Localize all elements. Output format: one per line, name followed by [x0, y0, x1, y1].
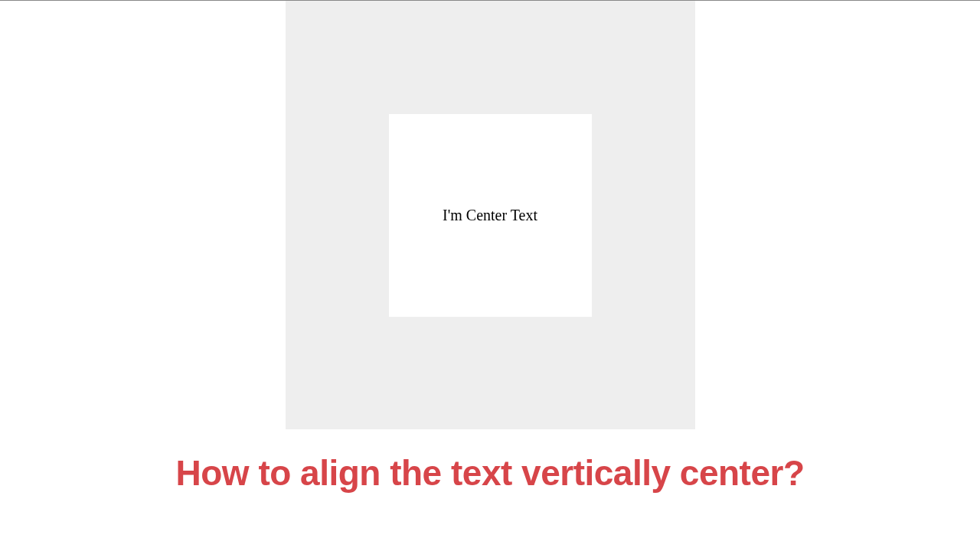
center-text: I'm Center Text: [443, 207, 537, 224]
demo-container: I'm Center Text: [286, 1, 695, 429]
inner-box: I'm Center Text: [389, 114, 592, 317]
page-heading: How to align the text vertically center?: [0, 452, 980, 494]
top-divider: [0, 0, 980, 1]
